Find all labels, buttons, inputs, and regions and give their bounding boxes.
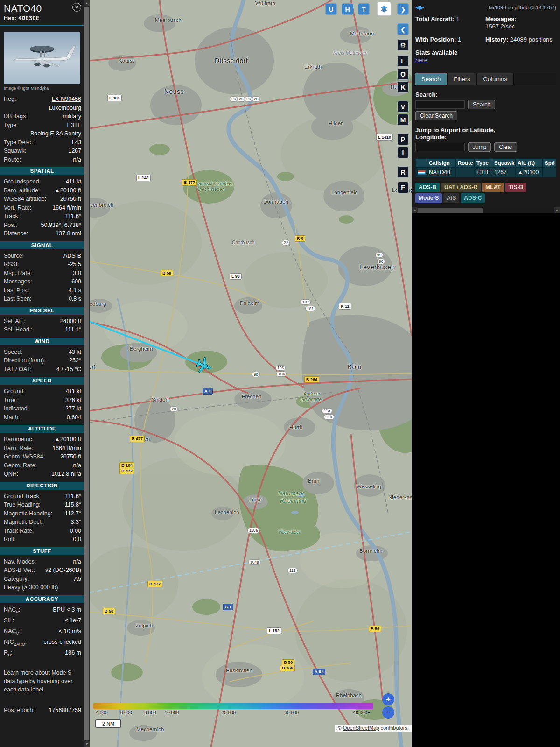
row-label: Indicated: bbox=[4, 404, 29, 413]
row-value: 3.3° bbox=[71, 518, 81, 527]
h-scrollbar-thumb[interactable] bbox=[418, 208, 483, 213]
source-chip-mode-s[interactable]: Mode-S bbox=[415, 193, 442, 203]
row-label: Messages: bbox=[4, 277, 32, 286]
aircraft-photo[interactable] bbox=[4, 32, 80, 84]
scroll-right-icon[interactable]: ► bbox=[554, 207, 560, 213]
panel-divider bbox=[0, 25, 84, 26]
source-chip-uat-ads-r[interactable]: UAT / ADS-R bbox=[441, 183, 481, 192]
legend-tick-10-000: 10 000 bbox=[165, 710, 179, 715]
data-row: Source:ADS-B bbox=[4, 252, 81, 261]
aircraft-info: Reg.:LX-N90456 Luxembourg DB flags:milit… bbox=[4, 95, 81, 164]
zoom-in-button[interactable]: + bbox=[382, 693, 394, 705]
signal-rows: Source:ADS-BRSSI:-25.5Msg. Rate:3.0Messa… bbox=[4, 252, 81, 303]
tab-columns[interactable]: Columns bbox=[477, 73, 513, 85]
data-row: Ground Track:111.6° bbox=[4, 492, 81, 501]
data-row: Baro. Rate:1664 ft/min bbox=[4, 444, 81, 453]
map-canvas[interactable] bbox=[90, 0, 412, 747]
source-chip-mlat[interactable]: MLAT bbox=[482, 183, 504, 192]
col-type[interactable]: Type bbox=[475, 159, 492, 168]
section-header-spatial: SPATIAL bbox=[0, 167, 84, 175]
tab-search[interactable]: Search bbox=[415, 73, 447, 85]
settings-button[interactable]: ⚙ bbox=[397, 39, 409, 51]
squawk-value: 1267 bbox=[68, 147, 81, 155]
section-header-signal: SIGNAL bbox=[0, 241, 84, 249]
left-panel-scrollbar[interactable]: ▲ ▼ bbox=[84, 0, 90, 747]
map-button-t[interactable]: T bbox=[358, 3, 370, 15]
total-aircraft-label: Total Aircraft: bbox=[415, 15, 455, 22]
map[interactable]: WülfrathMeerbuschMettmannDüsseldorfKaars… bbox=[90, 0, 412, 747]
data-row: Ground:411 kt bbox=[4, 387, 81, 396]
row-type: E3TF bbox=[475, 168, 492, 177]
data-row: Barometric:▲20100 ft bbox=[4, 435, 81, 444]
map-button-p[interactable]: P bbox=[397, 134, 409, 145]
data-row: Magnetic Heading:112.7° bbox=[4, 509, 81, 518]
row-value: n/a bbox=[73, 461, 81, 470]
jump-button[interactable]: Jump bbox=[468, 142, 491, 152]
map-button-u[interactable]: U bbox=[325, 3, 337, 15]
map-button-o[interactable]: O bbox=[397, 68, 409, 80]
search-input[interactable] bbox=[415, 100, 465, 109]
source-chip-ais[interactable]: AIS bbox=[443, 193, 459, 203]
panel-width-toggle[interactable]: ◀▶ bbox=[415, 4, 424, 11]
aircraft-icon[interactable] bbox=[194, 355, 214, 376]
map-button-l[interactable]: L bbox=[397, 55, 409, 67]
altitude-legend bbox=[93, 703, 373, 709]
col-alt[interactable]: Alt. (ft) bbox=[516, 159, 543, 168]
map-button-v[interactable]: V bbox=[397, 101, 409, 113]
clear-search-button[interactable]: Clear Search bbox=[415, 111, 457, 120]
map-button-h[interactable]: H bbox=[342, 3, 353, 15]
close-icon[interactable]: ✕ bbox=[72, 3, 81, 12]
col-route[interactable]: Route bbox=[456, 159, 475, 168]
row-value: A5 bbox=[74, 575, 81, 584]
col-squawk[interactable]: Squawk bbox=[492, 159, 516, 168]
row-value: 0.0 bbox=[73, 535, 81, 544]
row-value: < 10 m/s bbox=[59, 627, 81, 638]
col-callsign[interactable]: Callsign bbox=[427, 159, 456, 168]
table-row[interactable]: NATO40 E3TF 1267 ▲20100 bbox=[416, 168, 557, 177]
col-flag[interactable] bbox=[416, 159, 427, 168]
tab-filters[interactable]: Filters bbox=[448, 73, 476, 85]
map-button-i[interactable]: I bbox=[397, 147, 409, 158]
openstreetmap-link[interactable]: OpenStreetMap bbox=[343, 725, 379, 731]
table-header-row: Callsign Route Type Squawk Alt. (ft) Spd bbox=[416, 159, 557, 168]
aircraft-table-wrap: Callsign Route Type Squawk Alt. (ft) Spd… bbox=[415, 158, 556, 177]
source-chip-ads-b[interactable]: ADS-B bbox=[415, 183, 440, 192]
scrollbar-thumb[interactable] bbox=[84, 7, 89, 740]
source-chip-ads-c[interactable]: ADS-C bbox=[461, 193, 485, 203]
sidebar-collapse-button[interactable]: ❮ bbox=[397, 23, 409, 35]
search-button[interactable]: Search bbox=[468, 100, 495, 109]
jump-input[interactable] bbox=[415, 143, 465, 151]
row-label: Magnetic Heading: bbox=[4, 509, 52, 518]
table-horizontal-scrollbar[interactable]: ◄ ► bbox=[412, 207, 560, 213]
data-row: SIL:≤ 1e-7 bbox=[4, 616, 81, 627]
layer-picker-button[interactable] bbox=[377, 2, 391, 16]
row-value: 277 kt bbox=[65, 404, 81, 413]
map-button-r[interactable]: R bbox=[397, 166, 409, 178]
github-link[interactable]: tar1090 on github (3.14.1757) bbox=[489, 5, 556, 10]
plus-icon: + bbox=[386, 695, 391, 704]
row-value: ▲20100 ft bbox=[54, 435, 81, 444]
row-label: Nav. Modes: bbox=[4, 557, 36, 566]
source-chip-tis-b[interactable]: TIS-B bbox=[505, 183, 526, 192]
section-header-accuracy: ACCURACY bbox=[0, 595, 84, 603]
scroll-left-icon[interactable]: ◄ bbox=[412, 207, 418, 213]
sidebar-expand-button[interactable]: ❯ bbox=[397, 3, 409, 15]
map-button-f[interactable]: F bbox=[397, 182, 409, 193]
data-row: Vert. Rate:1664 ft/min bbox=[4, 204, 81, 212]
row-callsign-link[interactable]: NATO40 bbox=[429, 169, 450, 176]
row-label: Heavy (> 300 000 lb) bbox=[4, 583, 58, 592]
stats-here-link[interactable]: here bbox=[415, 56, 427, 63]
data-row: QNH:1012.8 hPa bbox=[4, 470, 81, 479]
data-row: Direction (from):252° bbox=[4, 356, 81, 365]
scroll-up-icon[interactable]: ▲ bbox=[84, 0, 90, 6]
row-label: Pos.: bbox=[4, 221, 17, 230]
clear-button[interactable]: Clear bbox=[494, 142, 517, 152]
map-button-k[interactable]: K bbox=[397, 81, 409, 93]
scroll-down-icon[interactable]: ▼ bbox=[84, 741, 90, 747]
data-row: Magnetic Decl.:3.3° bbox=[4, 518, 81, 527]
map-button-m[interactable]: M bbox=[397, 114, 409, 126]
zoom-out-button[interactable]: − bbox=[382, 706, 394, 719]
registration-link[interactable]: LX-N90456 bbox=[52, 95, 81, 104]
row-value: ADS-B bbox=[63, 252, 81, 261]
col-spd[interactable]: Spd bbox=[543, 159, 557, 168]
